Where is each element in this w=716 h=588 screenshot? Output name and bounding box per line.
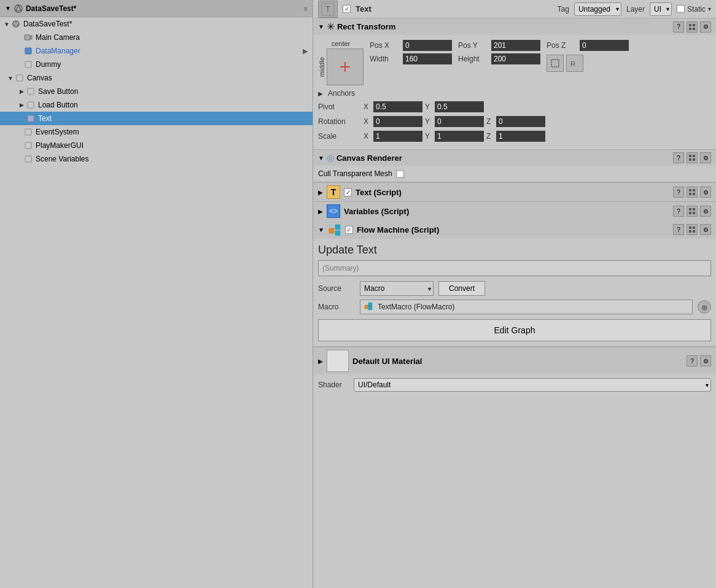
rect-transform-header[interactable]: ▼ ✳ Rect Transform ? ⚙ [313, 18, 716, 35]
unity-logo-icon [14, 4, 23, 14]
constrain-btn[interactable]: R [566, 55, 583, 72]
update-text-title: Update Text [318, 244, 711, 257]
source-select[interactable]: Macro Embed [360, 281, 434, 296]
svg-rect-23 [689, 155, 691, 157]
pos-x-input[interactable] [403, 40, 452, 51]
summary-input[interactable] [318, 260, 711, 276]
gear-icon-btn[interactable]: ⚙ [700, 187, 711, 198]
variables-script-section[interactable]: ▶ <> Variables (Script) ? ⚙ [313, 201, 716, 220]
tree-arrow-icon [15, 128, 23, 136]
hierarchy-item[interactable]: ▼ DataSaveTest* [0, 17, 313, 31]
hierarchy-item[interactable]: ▼ Canvas [0, 71, 313, 85]
gear-icon-btn[interactable]: ⚙ [700, 355, 711, 366]
tag-select-wrapper[interactable]: Untagged [574, 2, 621, 16]
item-label: Save Button [38, 87, 78, 96]
flow-machine-header[interactable]: ▼ Flow Machine (Script) ? ⚙ [313, 220, 716, 239]
hierarchy-menu-icon[interactable]: ≡ [304, 5, 308, 12]
gear-icon-btn[interactable]: ⚙ [700, 21, 711, 33]
help-icon-btn[interactable]: ? [673, 206, 684, 217]
hierarchy-item[interactable]: DataManager ▶ [0, 44, 313, 58]
hierarchy-item[interactable]: Dummy [0, 58, 313, 71]
gear-icon-btn[interactable]: ⚙ [700, 224, 711, 235]
rect-transform-body: center middle Pos X Width [313, 35, 716, 149]
svg-text:T: T [325, 5, 330, 14]
static-dropdown-icon[interactable]: ▾ [708, 6, 711, 12]
layer-select[interactable]: UI [650, 2, 672, 16]
anchors-header[interactable]: ▶ Anchors [318, 89, 711, 98]
convert-button[interactable]: Convert [438, 281, 485, 296]
tree-arrow-icon: ▶ [17, 87, 26, 96]
pos-z-input[interactable] [580, 40, 629, 51]
macro-select-btn[interactable]: ◎ [698, 300, 711, 314]
hierarchy-item[interactable]: ▶ Save Button [0, 85, 313, 98]
hierarchy-item[interactable]: Main Camera [0, 31, 313, 44]
canvas-renderer-header[interactable]: ▼ ◎ Canvas Renderer ? ⚙ [313, 150, 716, 166]
scale-row: Scale X Y Z [318, 131, 711, 142]
help-icon-btn[interactable]: ? [673, 152, 684, 163]
rot-y-input[interactable] [435, 116, 484, 127]
hierarchy-item[interactable]: ▶ Load Button [0, 98, 313, 112]
source-select-wrapper[interactable]: Macro Embed [360, 281, 434, 296]
width-input[interactable] [403, 53, 452, 64]
material-header[interactable]: ▶ Default UI Material ? ⚙ [313, 347, 716, 374]
pos-y-input[interactable] [491, 40, 540, 51]
help-icon-btn[interactable]: ? [673, 21, 684, 33]
material-title: Default UI Material [352, 357, 683, 366]
scale-y-input[interactable] [435, 131, 484, 142]
layout-icon-btn[interactable] [687, 21, 698, 33]
svg-rect-19 [689, 28, 691, 30]
active-checkbox[interactable] [343, 5, 351, 13]
cull-label: Cull Transparent Mesh [318, 169, 392, 178]
scale-z-input[interactable] [496, 131, 545, 142]
rot-z-input[interactable] [496, 116, 545, 127]
layer-select-wrapper[interactable]: UI [650, 2, 672, 16]
svg-rect-10 [28, 102, 34, 108]
anchors-expand-icon: ▶ [318, 90, 325, 97]
section-expand-arrow: ▶ [318, 358, 323, 365]
tag-select[interactable]: Untagged [574, 2, 621, 16]
pivot-y-input[interactable] [435, 101, 484, 112]
middle-label: middle [318, 57, 325, 77]
help-icon-btn[interactable]: ? [687, 355, 698, 366]
section-expand-arrow: ▶ [318, 189, 323, 196]
pivot-x-input[interactable] [373, 101, 422, 112]
svg-rect-17 [689, 24, 691, 26]
rot-x-input[interactable] [373, 116, 422, 127]
layout-icon-btn[interactable] [687, 152, 698, 163]
static-checkbox[interactable] [677, 5, 685, 13]
shader-select[interactable]: UI/Default [354, 378, 711, 392]
hierarchy-item-text[interactable]: Text [0, 112, 313, 125]
macro-value-label: TextMacro (FlowMacro) [378, 303, 454, 311]
hierarchy-controls[interactable]: ≡ [304, 5, 308, 12]
edit-graph-button[interactable]: Edit Graph [318, 319, 711, 341]
layout-icon-btn[interactable] [687, 206, 698, 217]
layout-icon-btn[interactable] [687, 224, 698, 235]
shader-select-wrapper[interactable]: UI/Default [354, 378, 711, 392]
gear-icon-btn[interactable]: ⚙ [700, 206, 711, 217]
scale-x-input[interactable] [373, 131, 422, 142]
resize-rect-btn[interactable] [547, 55, 564, 72]
tree-arrow-icon: ▶ [17, 101, 26, 109]
help-icon-btn[interactable]: ? [673, 224, 684, 235]
gear-icon-btn[interactable]: ⚙ [700, 152, 711, 163]
layout-icon-btn[interactable] [687, 187, 698, 198]
hierarchy-item[interactable]: PlayMakerGUI [0, 139, 313, 152]
hierarchy-item[interactable]: Scene Variables [0, 152, 313, 166]
pivot-label: Pivot [318, 103, 361, 111]
flow-machine-checkbox[interactable] [345, 226, 353, 234]
scale-z-axis: Z [486, 132, 494, 141]
svg-rect-43 [368, 303, 372, 306]
pos-x-row: Pos X [370, 40, 452, 51]
rot-x-axis: X [364, 117, 371, 126]
height-input[interactable] [491, 53, 540, 64]
rect-anchor-visual[interactable] [327, 48, 364, 85]
svg-rect-13 [25, 142, 31, 149]
nav-arrow-icon[interactable]: ▶ [303, 47, 308, 55]
cube-icon [26, 114, 36, 123]
macro-label: Macro [318, 303, 355, 311]
hierarchy-item[interactable]: EventSystem [0, 125, 313, 139]
cull-checkbox[interactable] [396, 170, 404, 178]
help-icon-btn[interactable]: ? [673, 187, 684, 198]
text-script-checkbox[interactable] [344, 188, 352, 196]
text-script-section[interactable]: ▶ T Text (Script) ? ⚙ [313, 182, 716, 201]
